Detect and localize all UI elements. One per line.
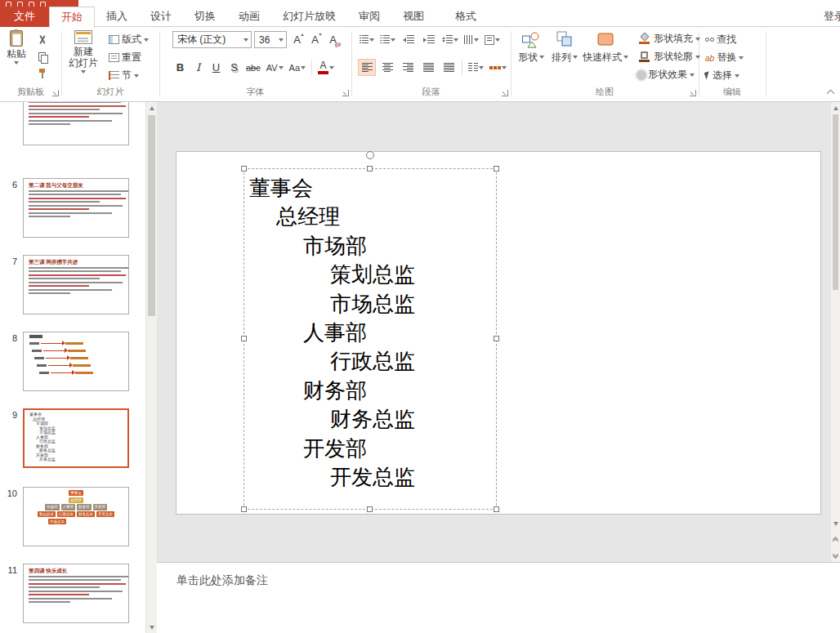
rotation-handle[interactable] <box>366 151 374 159</box>
clipboard-dialog-launcher-icon[interactable] <box>52 90 59 96</box>
new-slide-button[interactable]: 新建 幻灯片 <box>64 29 103 74</box>
align-text-button[interactable] <box>483 31 502 48</box>
resize-handle-n[interactable] <box>367 166 373 172</box>
slide-text-line[interactable]: 策划总监 <box>244 261 496 289</box>
clear-formatting-button[interactable] <box>325 32 341 48</box>
bold-button[interactable]: B <box>172 59 188 76</box>
numbering-button[interactable] <box>378 31 397 48</box>
underline-button[interactable]: U <box>208 59 224 76</box>
slide-text-line[interactable]: 市场部 <box>244 232 496 261</box>
tab-文件[interactable]: 文件 <box>0 7 49 27</box>
slide-text-line[interactable]: 财务总监 <box>244 405 496 434</box>
tab-动画[interactable]: 动画 <box>227 7 271 27</box>
paragraph-dialog-launcher-icon[interactable] <box>502 90 508 96</box>
quick-styles-button[interactable]: 快速样式 <box>583 29 628 63</box>
font-dialog-launcher-icon[interactable] <box>342 90 349 96</box>
format-painter-button[interactable] <box>34 67 51 81</box>
paste-button[interactable]: 粘贴 <box>2 29 30 65</box>
slide-thumbnail-6[interactable]: 6第二课 我与父母交朋友 <box>0 178 145 238</box>
strikethrough-button[interactable]: abc <box>244 59 262 76</box>
tab-幻灯片放映[interactable]: 幻灯片放映 <box>271 7 347 27</box>
align-right-button[interactable] <box>399 59 417 76</box>
sign-in-label[interactable]: 登录 <box>824 7 840 26</box>
thumbnail-scroll-down-button[interactable] <box>146 622 157 633</box>
line-spacing-button[interactable] <box>440 31 460 48</box>
next-slide-button[interactable] <box>831 549 840 560</box>
columns-button[interactable] <box>467 59 485 76</box>
tab-审阅[interactable]: 审阅 <box>347 7 391 27</box>
notes-pane[interactable]: 单击此处添加备注 <box>157 562 840 633</box>
change-case-button[interactable]: Aa <box>288 59 307 76</box>
drawing-dialog-launcher-icon[interactable] <box>690 90 696 96</box>
thumbnail-scroll-up-button[interactable] <box>146 102 157 114</box>
bullets-button[interactable] <box>358 31 376 48</box>
scroll-down-button[interactable] <box>831 518 840 529</box>
slide-text-line[interactable]: 总经理 <box>244 203 496 231</box>
slide-thumbnail-10[interactable]: 10董事会总经理市场部人事部财务部开发部策划总监行政总监财务总监开发总监市场总监 <box>0 487 145 546</box>
resize-handle-nw[interactable] <box>241 166 247 172</box>
copy-button[interactable] <box>34 50 51 64</box>
find-button[interactable]: 查找 <box>704 32 745 47</box>
slide-thumbnail-7[interactable]: 7第三课 同侪携手共进 <box>0 255 145 314</box>
replace-button[interactable]: 替换 <box>704 50 745 65</box>
tab-插入[interactable]: 插入 <box>95 7 139 27</box>
decrease-indent-button[interactable] <box>400 31 418 48</box>
justify-button[interactable] <box>419 59 437 76</box>
resize-handle-w[interactable] <box>241 336 247 341</box>
slide-canvas[interactable]: 董事会总经理市场部策划总监市场总监人事部行政总监财务部财务总监开发部开发总监 <box>176 151 821 515</box>
increase-font-size-button[interactable] <box>289 32 305 48</box>
resize-handle-s[interactable] <box>367 506 373 512</box>
cut-button[interactable] <box>34 33 51 47</box>
shape-fill-button[interactable]: 形状填充 <box>636 31 702 47</box>
thumbnail-scrollbar-thumb[interactable] <box>148 115 155 316</box>
slide-thumbnail-8[interactable]: 8 <box>0 332 145 391</box>
section-button[interactable]: 节 <box>107 68 150 83</box>
slide-text-line[interactable]: 人事部 <box>244 319 496 347</box>
resize-handle-sw[interactable] <box>241 506 247 512</box>
scroll-up-button[interactable] <box>831 102 840 114</box>
align-center-button[interactable] <box>378 59 396 76</box>
resize-handle-ne[interactable] <box>494 166 499 172</box>
shape-outline-button[interactable]: 形状轮廓 <box>636 49 702 65</box>
tab-开始[interactable]: 开始 <box>49 7 95 28</box>
slide-thumbnail-9[interactable]: 9董事会总经理市场部策划总监市场总监人事部行政总监财务部财务总监开发部开发总监 <box>0 408 145 468</box>
select-button[interactable]: 选择 <box>704 68 745 83</box>
quick-access-toolbar[interactable] <box>0 0 78 7</box>
reset-button[interactable]: 重置 <box>107 50 150 65</box>
tab-设计[interactable]: 设计 <box>139 7 183 27</box>
resize-handle-se[interactable] <box>494 506 499 512</box>
slide-text-line[interactable]: 市场总监 <box>244 290 496 319</box>
thumbnail-scrollbar[interactable] <box>145 102 157 633</box>
character-spacing-button[interactable]: AV <box>265 59 285 76</box>
distribute-button[interactable] <box>440 59 458 76</box>
increase-indent-button[interactable] <box>420 31 438 48</box>
resize-handle-e[interactable] <box>494 336 499 341</box>
shapes-button[interactable]: 形状 <box>516 29 547 63</box>
main-scrollbar-thumb[interactable] <box>833 114 838 290</box>
slide-text-line[interactable]: 开发部 <box>244 435 496 463</box>
main-vertical-scrollbar[interactable] <box>830 102 840 562</box>
text-shadow-button[interactable]: S <box>226 59 242 76</box>
slide-text-line[interactable]: 董事会 <box>244 174 496 203</box>
italic-button[interactable]: I <box>190 59 206 76</box>
slide-thumbnail-11[interactable]: 11第四课 快乐成长 <box>0 564 145 623</box>
slide-thumbnail-5[interactable]: 5第一课 爱在屋檐下 <box>0 102 145 145</box>
arrange-button[interactable]: 排列 <box>549 29 580 63</box>
tab-切换[interactable]: 切换 <box>183 7 227 27</box>
font-size-select[interactable]: 36 <box>254 31 287 48</box>
decrease-font-size-button[interactable] <box>307 32 323 48</box>
align-left-button[interactable] <box>358 59 376 76</box>
tab-视图[interactable]: 视图 <box>391 7 436 27</box>
font-color-button[interactable]: A <box>316 59 336 76</box>
collapse-ribbon-icon[interactable] <box>827 90 835 98</box>
slide-text-line[interactable]: 行政总监 <box>244 347 496 376</box>
layout-button[interactable]: 版式 <box>107 32 150 47</box>
selected-text-box[interactable]: 董事会总经理市场部策划总监市场总监人事部行政总监财务部财务总监开发部开发总监 <box>244 168 497 510</box>
convert-to-smartart-button[interactable] <box>488 59 508 76</box>
tab-格式[interactable]: 格式 <box>444 7 488 27</box>
previous-slide-button[interactable] <box>831 534 840 546</box>
shape-effects-button[interactable]: 形状效果 <box>636 67 702 82</box>
slide-text-line[interactable]: 开发总监 <box>244 463 496 492</box>
notes-placeholder[interactable]: 单击此处添加备注 <box>176 573 840 588</box>
font-name-select[interactable]: 宋体 (正文) <box>172 31 252 48</box>
